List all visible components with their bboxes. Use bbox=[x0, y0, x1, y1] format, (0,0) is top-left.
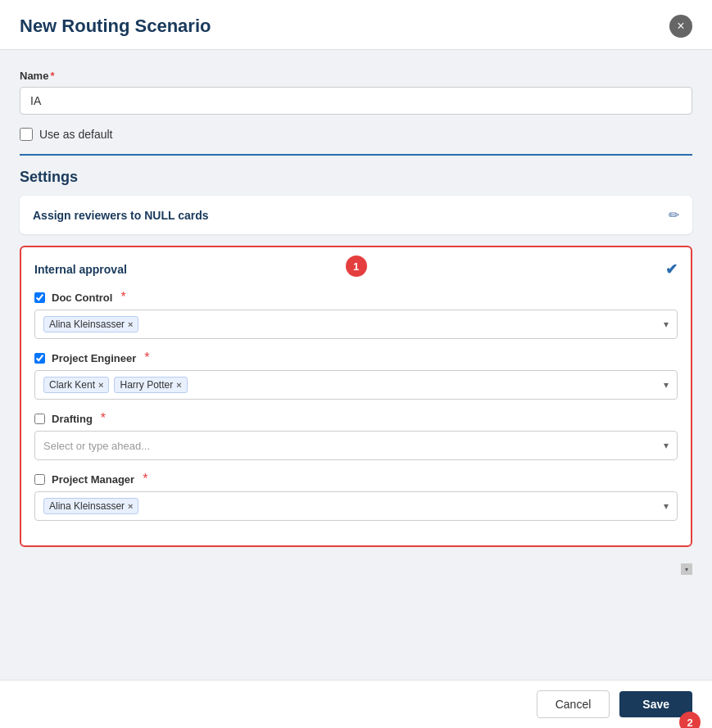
project-manager-chevron: ▾ bbox=[664, 500, 669, 512]
modal-container: New Routing Scenario × Name* Use as defa… bbox=[0, 0, 712, 728]
modal-footer: Cancel Save 2 bbox=[0, 680, 712, 728]
doc-control-header: Doc Control * bbox=[34, 290, 678, 305]
doc-control-label: Doc Control bbox=[52, 292, 112, 304]
project-engineer-field: Project Engineer * Clark Kent × Harry Po… bbox=[34, 350, 678, 400]
project-manager-required: * bbox=[143, 472, 147, 486]
project-manager-label: Project Manager bbox=[52, 473, 134, 486]
tag-remove-alina[interactable]: × bbox=[128, 319, 133, 329]
project-engineer-checkbox[interactable] bbox=[34, 353, 45, 364]
drafting-field: Drafting * Select or type ahead... ▾ bbox=[34, 411, 678, 460]
tag-alina-kleinsasser: Alina Kleinsasser × bbox=[43, 316, 138, 332]
drafting-required: * bbox=[101, 411, 106, 426]
drafting-checkbox[interactable] bbox=[34, 414, 45, 424]
project-engineer-label: Project Engineer bbox=[52, 352, 136, 364]
tag-remove-harry[interactable]: × bbox=[176, 380, 181, 390]
use-as-default-label: Use as default bbox=[39, 128, 113, 141]
drafting-label: Drafting bbox=[52, 413, 93, 425]
assign-reviewers-text: Assign reviewers to NULL cards bbox=[33, 209, 208, 222]
drafting-placeholder: Select or type ahead... bbox=[43, 440, 150, 452]
use-as-default-row: Use as default bbox=[20, 128, 692, 141]
name-field-group: Name* bbox=[20, 70, 692, 115]
doc-control-checkbox[interactable] bbox=[34, 292, 45, 303]
tag-remove-clark[interactable]: × bbox=[98, 380, 103, 390]
modal-title: New Routing Scenario bbox=[20, 16, 211, 37]
approval-section: Internal approval 1 ✔ Doc Control * Alin… bbox=[20, 246, 692, 547]
edit-icon[interactable]: ✏ bbox=[669, 207, 679, 223]
badge-2: 2 bbox=[679, 712, 701, 728]
doc-control-select[interactable]: Alina Kleinsasser × ▾ bbox=[34, 310, 678, 339]
project-engineer-header: Project Engineer * bbox=[34, 350, 678, 365]
modal-header: New Routing Scenario × bbox=[0, 0, 712, 50]
badge-1: 1 bbox=[346, 255, 367, 277]
approval-check-icon[interactable]: ✔ bbox=[665, 260, 678, 278]
project-engineer-required: * bbox=[144, 350, 149, 365]
name-label: Name* bbox=[20, 70, 692, 82]
assign-reviewers-card: Assign reviewers to NULL cards ✏ bbox=[20, 196, 692, 234]
project-engineer-chevron: ▾ bbox=[664, 379, 669, 391]
use-as-default-checkbox[interactable] bbox=[20, 128, 33, 141]
project-engineer-select[interactable]: Clark Kent × Harry Potter × ▾ bbox=[34, 370, 678, 400]
drafting-tags: Select or type ahead... bbox=[43, 440, 657, 452]
close-button[interactable]: × bbox=[669, 15, 692, 38]
doc-control-chevron: ▾ bbox=[664, 319, 669, 330]
doc-control-field: Doc Control * Alina Kleinsasser × ▾ bbox=[34, 290, 678, 339]
name-required-star: * bbox=[50, 70, 54, 82]
project-manager-field: Project Manager * Alina Kleinsasser × ▾ bbox=[34, 472, 678, 521]
name-input[interactable] bbox=[20, 87, 692, 115]
tag-alina-pm: Alina Kleinsasser × bbox=[43, 498, 138, 514]
doc-control-tags: Alina Kleinsasser × bbox=[43, 316, 657, 332]
save-button[interactable]: Save bbox=[619, 691, 692, 717]
settings-title: Settings bbox=[20, 169, 692, 186]
project-engineer-tags: Clark Kent × Harry Potter × bbox=[43, 377, 657, 393]
modal-body: Name* Use as default Settings Assign rev… bbox=[0, 50, 712, 680]
approval-title: Internal approval bbox=[34, 263, 127, 276]
approval-header: Internal approval 1 ✔ bbox=[34, 260, 678, 278]
tag-harry-potter: Harry Potter × bbox=[114, 377, 187, 393]
cancel-button[interactable]: Cancel bbox=[537, 690, 610, 718]
drafting-select[interactable]: Select or type ahead... ▾ bbox=[34, 431, 678, 460]
tag-clark-kent: Clark Kent × bbox=[43, 377, 109, 393]
drafting-chevron: ▾ bbox=[664, 440, 669, 451]
project-manager-tags: Alina Kleinsasser × bbox=[43, 498, 657, 514]
tag-remove-alina-pm[interactable]: × bbox=[128, 501, 133, 511]
scroll-down-arrow[interactable]: ▾ bbox=[681, 563, 692, 575]
project-manager-header: Project Manager * bbox=[34, 472, 678, 486]
section-divider bbox=[20, 154, 692, 156]
doc-control-required: * bbox=[120, 290, 125, 305]
project-manager-select[interactable]: Alina Kleinsasser × ▾ bbox=[34, 491, 678, 521]
drafting-header: Drafting * bbox=[34, 411, 678, 426]
project-manager-checkbox[interactable] bbox=[34, 474, 45, 485]
